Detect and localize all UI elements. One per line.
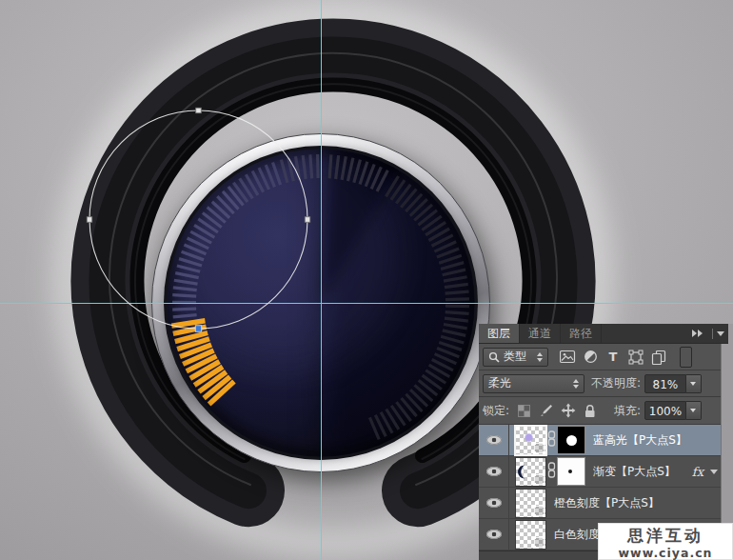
panel-tab-bar: 图层 通道 路径 [479,324,728,344]
crescent-shape [518,465,531,479]
lock-label: 锁定: [483,403,509,419]
layer-row[interactable]: 渐变【P大点S】fx [479,456,721,488]
watermark-url: www.ciya.cn [599,546,732,560]
layer-thumbnail[interactable] [516,458,545,486]
tab-layers[interactable]: 图层 [479,324,520,343]
blend-mode-value: 柔光 [488,375,511,391]
layer-thumbnail[interactable] [516,490,545,517]
svg-text:T: T [609,350,618,364]
path-anchor[interactable] [196,108,202,113]
layer-name[interactable]: 橙色刻度【P大点S】 [554,495,660,511]
tab-channels[interactable]: 通道 [520,324,561,343]
layer-filter-row: 类型 T [479,344,721,370]
layer-thumbnail[interactable] [516,427,545,454]
link-mask-icon[interactable] [547,430,556,450]
adjustment-layer-filter-icon[interactable] [579,347,602,368]
lock-paint-icon[interactable] [535,400,557,421]
filter-toggle-switch[interactable] [680,347,692,368]
lock-options-row: 锁定: 填充: 100% [479,397,721,425]
watermark-title: 思洋互动 [599,525,732,547]
panel-divider [712,329,713,339]
lock-all-icon[interactable] [579,400,601,421]
tab-paths[interactable]: 路径 [561,324,602,343]
vector-mask-badge-icon [534,474,545,485]
path-anchor[interactable] [305,217,310,223]
lock-move-icon[interactable] [557,400,579,421]
layer-visibility-eye-icon[interactable] [486,435,502,445]
opacity-label: 不透明度: [591,375,641,391]
opacity-value[interactable]: 81% [644,374,686,393]
watermark: 思洋互动 www.ciya.cn [598,523,733,560]
layer-visibility-eye-icon[interactable] [486,467,502,476]
blend-options-row: 柔光 不透明度: 81% [479,370,721,397]
filter-kind-dropdown[interactable]: 类型 [483,348,548,367]
layer-mask-thumbnail[interactable] [558,458,584,485]
blend-mode-dropdown[interactable]: 柔光 [483,374,584,393]
opacity-dropdown-arrow[interactable] [686,374,702,393]
vector-mask-badge-icon [534,443,545,453]
layer-fx-badge[interactable]: fx [692,465,703,479]
collapse-panel-icon[interactable] [691,330,703,337]
layer-row[interactable]: 橙色刻度【P大点S】 [479,488,721,519]
photoshop-workspace: 图层 通道 路径 类型 T [0,0,733,560]
panel-menu-icon[interactable] [717,331,724,336]
smart-object-filter-icon[interactable] [647,347,670,368]
lock-transparency-icon[interactable] [513,400,535,421]
layer-row[interactable]: 蓝高光【P大点S】 [479,425,721,456]
dropdown-spinner-icon [573,379,579,389]
layer-thumbnail[interactable] [516,521,545,549]
layer-visibility-eye-icon[interactable] [486,498,502,508]
filter-kind-label: 类型 [504,349,526,365]
vector-mask-badge-icon [534,537,545,548]
type-layer-filter-icon[interactable]: T [602,347,624,368]
fill-value[interactable]: 100% [644,401,686,420]
pixel-layer-filter-icon[interactable] [556,347,579,368]
path-anchor-selected[interactable] [195,326,202,332]
layer-mask-thumbnail[interactable] [558,427,584,453]
shape-layer-filter-icon[interactable] [624,347,647,368]
link-mask-icon[interactable] [547,462,556,481]
path-anchor[interactable] [87,217,92,223]
dropdown-spinner-icon [537,352,543,362]
vector-mask-badge-icon [534,506,545,516]
search-icon [488,351,500,363]
layer-visibility-eye-icon[interactable] [486,530,502,539]
fill-label: 填充: [614,403,641,419]
fx-collapse-arrow-icon[interactable] [710,470,718,474]
layer-name[interactable]: 蓝高光【P大点S】 [593,432,687,449]
layer-name[interactable]: 渐变【P大点S】 [593,464,676,480]
fill-dropdown-arrow[interactable] [686,401,702,420]
